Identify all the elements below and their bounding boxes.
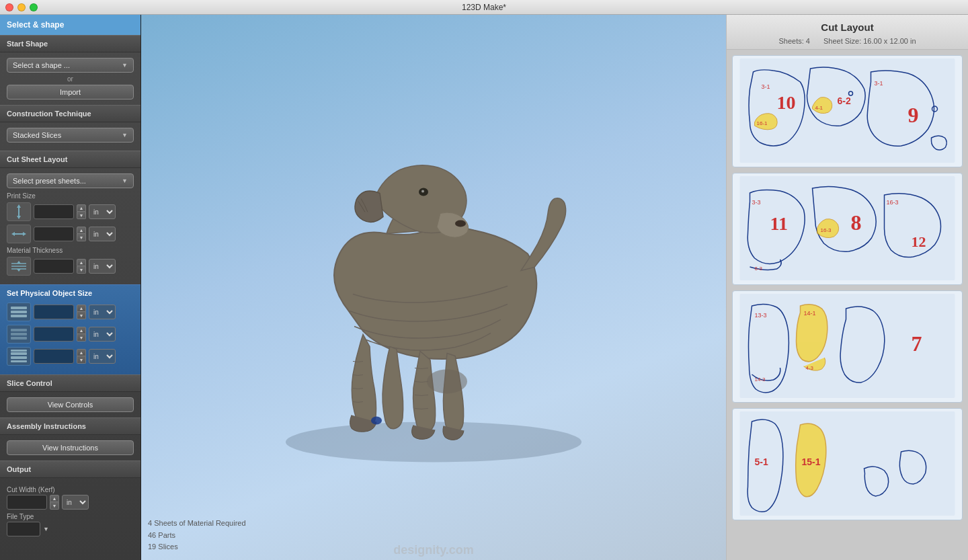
svg-marker-9 bbox=[17, 261, 21, 264]
svg-text:8: 8 bbox=[851, 210, 862, 235]
file-type-input[interactable]: EPS bbox=[7, 522, 40, 536]
slice-control-content: View Controls bbox=[0, 392, 140, 417]
view-controls-button[interactable]: View Controls bbox=[7, 397, 134, 412]
svg-rect-11 bbox=[11, 307, 27, 309]
dim3-spinner[interactable]: ▲ ▼ bbox=[77, 349, 86, 364]
cut-width-spinner[interactable]: ▲ ▼ bbox=[50, 495, 59, 510]
svg-text:4-1: 4-1 bbox=[815, 105, 823, 111]
svg-text:6-3: 6-3 bbox=[755, 266, 763, 272]
thickness-down-btn[interactable]: ▼ bbox=[77, 266, 86, 274]
dim1-up-btn[interactable]: ▲ bbox=[77, 305, 86, 312]
sheet-card-4[interactable]: 5-1 15-1 bbox=[732, 408, 963, 520]
start-shape-header: Start Shape bbox=[0, 35, 140, 52]
sheet-card-1[interactable]: 10 9 6-2 3-1 3-1 16-1 4-1 bbox=[732, 55, 963, 167]
svg-rect-18 bbox=[11, 356, 27, 359]
output-header: Output bbox=[0, 461, 140, 478]
construction-dropdown[interactable]: Stacked Slices ▼ bbox=[7, 128, 134, 143]
svg-rect-19 bbox=[11, 360, 27, 362]
maximize-button[interactable] bbox=[30, 3, 38, 11]
dim2-down-btn[interactable]: ▼ bbox=[77, 334, 86, 342]
dim2-up-btn[interactable]: ▲ bbox=[77, 327, 86, 334]
width-down-btn[interactable]: ▼ bbox=[77, 234, 86, 241]
dim3-down-btn[interactable]: ▼ bbox=[77, 356, 86, 364]
width-spinner[interactable]: ▲ ▼ bbox=[77, 227, 86, 241]
svg-rect-45 bbox=[740, 294, 955, 398]
dim1-unit-select[interactable]: incm bbox=[89, 305, 116, 319]
dim2-unit-select[interactable]: incm bbox=[89, 327, 116, 342]
width-up-btn[interactable]: ▲ bbox=[77, 227, 86, 234]
cut-width-input[interactable]: 0.005 bbox=[7, 495, 47, 510]
dim2-spinner[interactable]: ▲ ▼ bbox=[77, 327, 86, 342]
svg-rect-51 bbox=[740, 411, 955, 516]
select-shape-bar: Select & shape bbox=[0, 15, 140, 35]
dim1-input[interactable]: 6.037 bbox=[34, 305, 74, 319]
dim2-input[interactable]: 2.898 bbox=[34, 327, 74, 342]
dim3-input[interactable]: 8.000 bbox=[34, 349, 74, 364]
svg-text:14-1: 14-1 bbox=[804, 310, 816, 317]
cut-layout-header: Cut Layout Sheets: 4 Sheet Size: 16.00 x… bbox=[727, 15, 968, 50]
sheet-preview-4: 5-1 15-1 bbox=[735, 411, 959, 516]
width-input[interactable]: 16.000 bbox=[34, 227, 74, 241]
svg-text:10: 10 bbox=[777, 92, 796, 113]
viewport-info: 4 Sheets of Material Required 46 Parts 1… bbox=[148, 518, 246, 553]
sheet-size: Sheet Size: 16.00 x 12.00 in bbox=[823, 37, 916, 45]
svg-point-24 bbox=[421, 190, 424, 192]
thickness-up-btn[interactable]: ▲ bbox=[77, 259, 86, 266]
width-unit-select[interactable]: incm bbox=[89, 227, 116, 241]
construction-content: Stacked Slices ▼ bbox=[0, 122, 140, 151]
dim3-up-btn[interactable]: ▲ bbox=[77, 349, 86, 356]
file-type-label: File Type bbox=[7, 513, 134, 520]
thickness-unit-select[interactable]: incm bbox=[89, 259, 116, 274]
thickness-input[interactable]: 0.155 bbox=[34, 259, 74, 274]
assembly-header: Assembly Instructions bbox=[0, 417, 140, 435]
sheet-preview-3: 7 13-3 14-1 14-3 4-3 bbox=[735, 294, 959, 398]
height-spinner[interactable]: ▲ ▼ bbox=[77, 204, 86, 219]
svg-marker-5 bbox=[23, 232, 26, 236]
physical-object-content: 6.037 ▲ ▼ incm bbox=[0, 301, 140, 374]
select-shape-dropdown[interactable]: Select a shape ... ▼ bbox=[7, 58, 134, 73]
sheet-card-2[interactable]: 11 8 12 3-3 16-3 16-3 bbox=[732, 173, 963, 285]
svg-text:5-1: 5-1 bbox=[755, 456, 768, 467]
svg-rect-15 bbox=[11, 333, 27, 335]
svg-point-25 bbox=[371, 416, 382, 424]
view-instructions-button[interactable]: View Instructions bbox=[7, 440, 134, 455]
svg-text:3-1: 3-1 bbox=[762, 83, 770, 90]
thickness-row: 0.155 ▲ ▼ incm bbox=[7, 257, 134, 276]
svg-rect-13 bbox=[11, 315, 27, 317]
output-content: Cut Width (Kerf) 0.005 ▲ ▼ incm File Typ… bbox=[0, 478, 140, 545]
dim1-down-btn[interactable]: ▼ bbox=[77, 312, 86, 319]
cut-layout-panel: Cut Layout Sheets: 4 Sheet Size: 16.00 x… bbox=[726, 15, 968, 560]
minimize-button[interactable] bbox=[17, 3, 26, 11]
window-controls[interactable] bbox=[5, 3, 38, 11]
sidebar: Select & shape Start Shape Select a shap… bbox=[0, 15, 141, 560]
svg-rect-12 bbox=[11, 311, 27, 313]
height-down-btn[interactable]: ▼ bbox=[77, 212, 86, 219]
close-button[interactable] bbox=[5, 3, 13, 11]
cut-width-up-btn[interactable]: ▲ bbox=[50, 495, 59, 502]
cut-width-label: Cut Width (Kerf) bbox=[7, 486, 134, 493]
sheets-count: Sheets: 4 bbox=[778, 37, 809, 45]
sheet-card-3[interactable]: 7 13-3 14-1 14-3 4-3 bbox=[732, 290, 963, 403]
svg-text:3-1: 3-1 bbox=[875, 80, 883, 87]
svg-text:11: 11 bbox=[770, 213, 788, 234]
height-input[interactable]: 12.000 bbox=[34, 204, 74, 219]
svg-rect-17 bbox=[11, 352, 27, 355]
height-up-btn[interactable]: ▲ bbox=[77, 204, 86, 212]
preset-sheets-dropdown[interactable]: Select preset sheets... ▼ bbox=[7, 173, 134, 188]
cut-sheet-content: Select preset sheets... ▼ Print Size 12.… bbox=[0, 168, 140, 284]
height-icon bbox=[7, 202, 31, 221]
dim1-row: 6.037 ▲ ▼ incm bbox=[7, 303, 134, 321]
print-size-label: Print Size bbox=[7, 192, 134, 200]
thickness-spinner[interactable]: ▲ ▼ bbox=[77, 259, 86, 274]
sheet-preview-1: 10 9 6-2 3-1 3-1 16-1 4-1 bbox=[735, 58, 959, 163]
height-unit-select[interactable]: incm bbox=[89, 204, 116, 219]
material-thickness-label: Material Thickness bbox=[7, 247, 134, 254]
cut-layout-title: Cut Layout bbox=[737, 22, 957, 33]
svg-text:16-3: 16-3 bbox=[821, 227, 832, 233]
dim1-spinner[interactable]: ▲ ▼ bbox=[77, 305, 86, 319]
cut-width-down-btn[interactable]: ▼ bbox=[50, 502, 59, 510]
dog-svg bbox=[239, 119, 629, 469]
cut-width-unit-select[interactable]: incm bbox=[62, 495, 89, 510]
dim3-unit-select[interactable]: incm bbox=[89, 349, 116, 364]
import-button[interactable]: Import bbox=[7, 85, 134, 99]
